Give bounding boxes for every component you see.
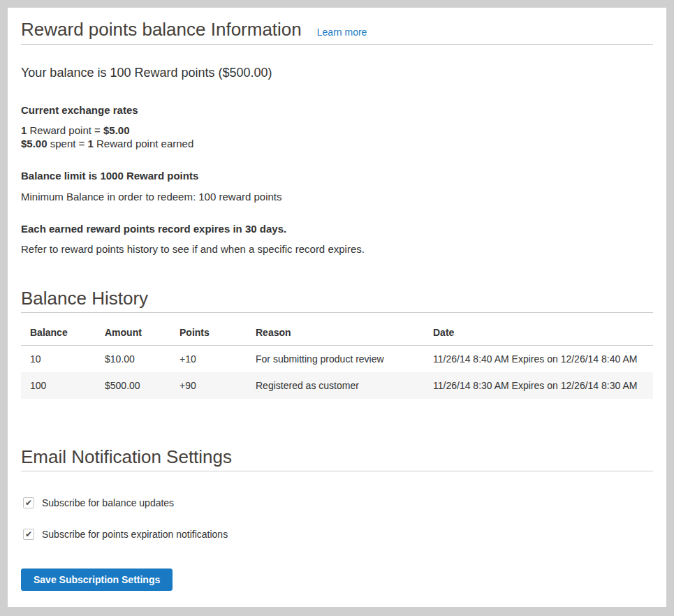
email-settings-title: Email Notification Settings [21, 446, 653, 468]
table-body: 10 $10.00 +10 For submitting product rev… [21, 346, 653, 399]
cell-date: 11/26/14 8:40 AM Expires on 12/26/14 8:4… [424, 346, 653, 373]
exchange-rates-heading: Current exchange rates [21, 103, 653, 117]
table-row: 10 $10.00 +10 For submitting product rev… [21, 346, 653, 373]
table-row: 100 $500.00 +90 Registered as customer 1… [21, 372, 653, 399]
column-header-amount: Amount [96, 313, 170, 346]
expiration-heading: Each earned reward points record expires… [21, 222, 653, 235]
column-header-date: Date [424, 313, 653, 346]
rate2-amount: $5.00 [21, 138, 47, 149]
rate2-text2: Reward point earned [94, 138, 193, 149]
column-header-reason: Reason [247, 313, 424, 346]
header-divider [21, 44, 653, 45]
check-icon: ✔ [25, 530, 32, 538]
table-header-row: Balance Amount Points Reason Date [21, 313, 653, 346]
rate1-amount: $5.00 [103, 124, 130, 136]
page-background: { "header": { "title": "Reward points ba… [0, 0, 674, 616]
cell-points: +10 [170, 346, 247, 373]
page-title: Reward points balance Information [21, 17, 302, 41]
table-header: Balance Amount Points Reason Date [21, 313, 653, 346]
check-icon: ✔ [25, 499, 32, 507]
column-header-points: Points [170, 313, 247, 346]
cell-points: +90 [170, 372, 247, 399]
cell-reason: For submitting product review [247, 346, 424, 373]
column-header-balance: Balance [21, 313, 96, 346]
balance-updates-checkbox[interactable]: ✔ [23, 497, 34, 508]
exchange-rates-lines: 1 Reward point = $5.00 $5.00 spent = 1 R… [21, 124, 653, 150]
balance-updates-label[interactable]: Subscribe for balance updates [42, 497, 174, 508]
reward-points-card: Reward points balance Information Learn … [8, 8, 666, 607]
rate1-text: Reward point = [27, 124, 103, 136]
balance-summary: Your balance is 100 Reward points ($500.… [21, 65, 653, 80]
cell-date: 11/26/14 8:30 AM Expires on 12/26/14 8:3… [424, 372, 653, 399]
balance-limit-heading: Balance limit is 1000 Reward points [21, 169, 653, 182]
expiration-notifications-checkbox[interactable]: ✔ [23, 529, 34, 540]
expiration-notifications-label[interactable]: Subscribe for points expiration notifica… [42, 529, 228, 540]
page-header: Reward points balance Information Learn … [21, 17, 653, 41]
cell-balance: 100 [21, 372, 96, 399]
cell-amount: $10.00 [96, 346, 170, 373]
expiration-notifications-option: ✔ Subscribe for points expiration notifi… [23, 529, 653, 540]
balance-history-title: Balance History [21, 287, 653, 309]
minimum-balance-note: Minimum Balance in order to redeem: 100 … [21, 190, 653, 203]
balance-history-table: Balance Amount Points Reason Date 10 $10… [21, 313, 653, 399]
cell-amount: $500.00 [96, 372, 170, 399]
balance-updates-option: ✔ Subscribe for balance updates [23, 497, 653, 508]
cell-balance: 10 [21, 346, 96, 373]
cell-reason: Registered as customer [247, 372, 424, 399]
expiration-note: Refer to reward points history to see if… [21, 242, 653, 256]
email-settings-divider [21, 471, 653, 471]
save-subscription-settings-button[interactable]: Save Subscription Settings [21, 569, 173, 591]
rate2-text1: spent = [47, 138, 88, 149]
learn-more-link[interactable]: Learn more [317, 27, 367, 38]
rate2-points: 1 [88, 138, 94, 149]
